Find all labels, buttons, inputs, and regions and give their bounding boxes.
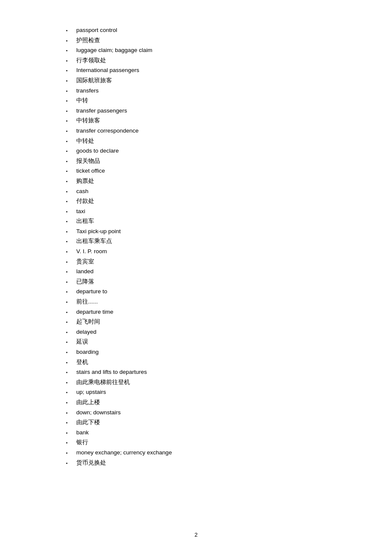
item-text: passport control bbox=[76, 26, 117, 35]
bullet-icon: ▪ bbox=[66, 86, 73, 95]
item-text: 货币兑换处 bbox=[76, 458, 106, 468]
list-item: ▪已降落 bbox=[66, 277, 358, 286]
item-text: International passengers bbox=[76, 66, 139, 75]
item-text: departure time bbox=[76, 307, 113, 317]
list-item: ▪护照检查 bbox=[66, 36, 358, 45]
item-text: cash bbox=[76, 187, 89, 196]
list-item: ▪delayed bbox=[66, 327, 358, 337]
item-text: 已降落 bbox=[76, 277, 94, 286]
list-item: ▪departure to bbox=[66, 287, 358, 296]
list-item: ▪down; downstairs bbox=[66, 408, 358, 417]
bullet-icon: ▪ bbox=[66, 166, 73, 175]
list-item: ▪V. I. P. room bbox=[66, 247, 358, 256]
bullet-icon: ▪ bbox=[66, 146, 73, 155]
list-item: ▪passport control bbox=[66, 26, 358, 35]
bullet-icon: ▪ bbox=[66, 126, 73, 135]
list-item: ▪bank bbox=[66, 428, 358, 437]
item-text: 付款处 bbox=[76, 197, 94, 206]
bullet-icon: ▪ bbox=[66, 217, 73, 225]
item-text: 国际航班旅客 bbox=[76, 76, 112, 85]
list-item: ▪中转旅客 bbox=[66, 116, 358, 125]
item-text: boarding bbox=[76, 347, 99, 357]
bullet-icon: ▪ bbox=[66, 307, 73, 316]
bullet-icon: ▪ bbox=[66, 227, 73, 235]
item-text: landed bbox=[76, 267, 94, 276]
item-text: 中转旅客 bbox=[76, 116, 100, 125]
bullet-icon: ▪ bbox=[66, 428, 73, 436]
item-text: 贵宾室 bbox=[76, 257, 94, 266]
item-text: 起飞时间 bbox=[76, 317, 100, 327]
bullet-icon: ▪ bbox=[66, 337, 73, 346]
bullet-icon: ▪ bbox=[66, 237, 73, 245]
list-item: ▪由此乘电梯前往登机 bbox=[66, 378, 358, 387]
bullet-icon: ▪ bbox=[66, 398, 73, 406]
item-text: 中转处 bbox=[76, 136, 94, 146]
bullet-icon: ▪ bbox=[66, 197, 73, 205]
list-item: ▪前往...... bbox=[66, 297, 358, 306]
list-item: ▪ticket office bbox=[66, 166, 358, 176]
item-text: Taxi pick-up point bbox=[76, 227, 121, 236]
list-item: ▪boarding bbox=[66, 347, 358, 357]
page-number: 2 bbox=[194, 532, 197, 538]
list-item: ▪departure time bbox=[66, 307, 358, 317]
list-item: ▪transfer correspondence bbox=[66, 126, 358, 136]
bullet-icon: ▪ bbox=[66, 438, 73, 446]
page-container: ▪passport control▪护照检查▪luggage claim; ba… bbox=[0, 0, 392, 555]
item-text: transfer passengers bbox=[76, 106, 127, 116]
bullet-icon: ▪ bbox=[66, 408, 73, 416]
item-text: 银行 bbox=[76, 438, 88, 447]
bullet-icon: ▪ bbox=[66, 76, 73, 84]
item-text: luggage claim; baggage claim bbox=[76, 46, 153, 55]
list-item: ▪中转 bbox=[66, 96, 358, 105]
bullet-icon: ▪ bbox=[66, 247, 73, 255]
list-item: ▪贵宾室 bbox=[66, 257, 358, 266]
list-item: ▪International passengers bbox=[66, 66, 358, 75]
list-item: ▪taxi bbox=[66, 207, 358, 216]
list-item: ▪货币兑换处 bbox=[66, 458, 358, 468]
list-item: ▪报关物品 bbox=[66, 156, 358, 166]
item-text: V. I. P. room bbox=[76, 247, 107, 256]
item-text: transfers bbox=[76, 86, 99, 95]
list-item: ▪landed bbox=[66, 267, 358, 276]
list-item: ▪money exchange; currency exchange bbox=[66, 448, 358, 457]
bullet-icon: ▪ bbox=[66, 448, 73, 457]
item-text: 购票处 bbox=[76, 176, 94, 186]
list-item: ▪transfer passengers bbox=[66, 106, 358, 116]
item-text: 中转 bbox=[76, 96, 88, 105]
bullet-icon: ▪ bbox=[66, 156, 73, 165]
bullet-icon: ▪ bbox=[66, 347, 73, 356]
list-item: ▪Taxi pick-up point bbox=[66, 227, 358, 236]
list-item: ▪cash bbox=[66, 187, 358, 196]
bullet-icon: ▪ bbox=[66, 136, 73, 145]
bullet-icon: ▪ bbox=[66, 458, 73, 467]
bullet-icon: ▪ bbox=[66, 96, 73, 104]
list-item: ▪goods to declare bbox=[66, 146, 358, 156]
item-text: goods to declare bbox=[76, 146, 119, 156]
list-item: ▪up; upstairs bbox=[66, 387, 358, 397]
item-text: taxi bbox=[76, 207, 85, 216]
item-text: departure to bbox=[76, 287, 107, 296]
item-text: 出租车乘车点 bbox=[76, 237, 112, 246]
bullet-icon: ▪ bbox=[66, 367, 73, 376]
bullet-icon: ▪ bbox=[66, 106, 73, 115]
list-item: ▪transfers bbox=[66, 86, 358, 95]
item-text: bank bbox=[76, 428, 89, 437]
bullet-icon: ▪ bbox=[66, 387, 73, 396]
list-item: ▪银行 bbox=[66, 438, 358, 447]
list-item: ▪由此上楼 bbox=[66, 398, 358, 407]
list-item: ▪付款处 bbox=[66, 197, 358, 206]
list-item: ▪国际航班旅客 bbox=[66, 76, 358, 85]
item-text: 延误 bbox=[76, 337, 88, 347]
bullet-icon: ▪ bbox=[66, 56, 73, 64]
list-item: ▪出租车乘车点 bbox=[66, 237, 358, 246]
list-item: ▪购票处 bbox=[66, 176, 358, 186]
bullet-icon: ▪ bbox=[66, 26, 73, 34]
bullet-icon: ▪ bbox=[66, 287, 73, 295]
bullet-icon: ▪ bbox=[66, 66, 73, 74]
item-text: up; upstairs bbox=[76, 387, 106, 397]
bullet-icon: ▪ bbox=[66, 46, 73, 54]
item-text: money exchange; currency exchange bbox=[76, 448, 172, 457]
list-item: ▪登机 bbox=[66, 358, 358, 367]
list-item: ▪延误 bbox=[66, 337, 358, 347]
bullet-icon: ▪ bbox=[66, 36, 73, 44]
